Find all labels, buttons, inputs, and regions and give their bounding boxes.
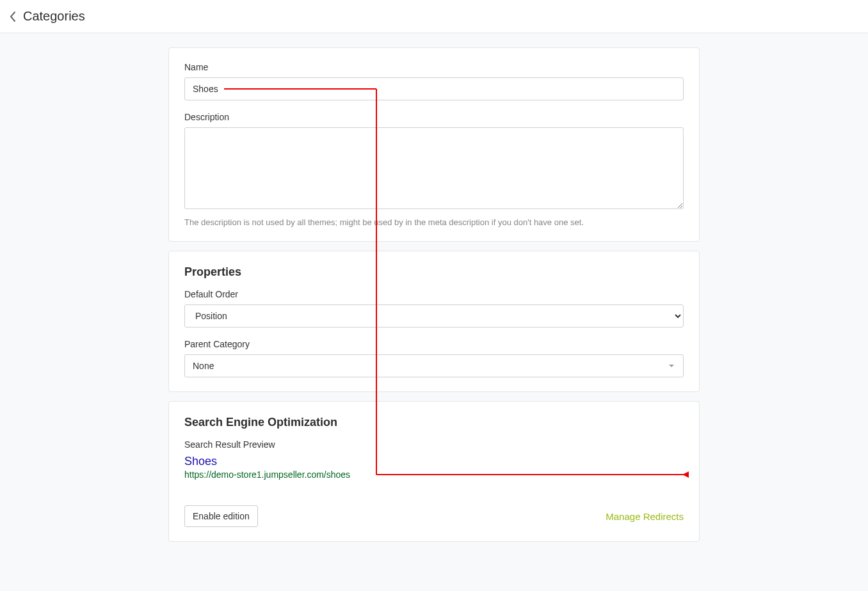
parent-category-field: Parent Category None [184, 339, 684, 377]
name-field: Name [184, 62, 684, 100]
name-label: Name [184, 62, 684, 72]
seo-title: Search Engine Optimization [184, 416, 684, 429]
description-field: Description The description is not used … [184, 112, 684, 227]
page-header: Categories [0, 0, 868, 33]
properties-title: Properties [184, 265, 684, 279]
seo-actions: Enable edition Manage Redirects [184, 505, 684, 527]
properties-card: Properties Default Order Position Parent… [168, 251, 700, 392]
description-help-text: The description is not used by all theme… [184, 217, 684, 227]
caret-down-icon [669, 365, 674, 367]
name-input[interactable] [184, 77, 684, 100]
description-input[interactable] [184, 127, 684, 209]
seo-preview-label: Search Result Preview [184, 439, 684, 450]
description-label: Description [184, 112, 684, 122]
default-order-label: Default Order [184, 289, 684, 299]
default-order-field: Default Order Position [184, 289, 684, 327]
page-title: Categories [23, 9, 85, 24]
default-order-select[interactable]: Position [184, 304, 684, 327]
parent-category-label: Parent Category [184, 339, 684, 349]
main-content: Name Description The description is not … [168, 33, 700, 576]
seo-preview-url: https://demo-store1.jumpseller.com/shoes [184, 469, 684, 480]
seo-preview-title: Shoes [184, 455, 684, 468]
seo-card: Search Engine Optimization Search Result… [168, 401, 700, 542]
parent-category-select[interactable]: None [184, 354, 684, 377]
back-button[interactable] [6, 10, 19, 23]
manage-redirects-link[interactable]: Manage Redirects [606, 511, 684, 522]
parent-category-value: None [193, 361, 214, 371]
basic-card: Name Description The description is not … [168, 47, 700, 242]
chevron-left-icon [10, 12, 16, 22]
enable-edition-button[interactable]: Enable edition [184, 505, 258, 527]
